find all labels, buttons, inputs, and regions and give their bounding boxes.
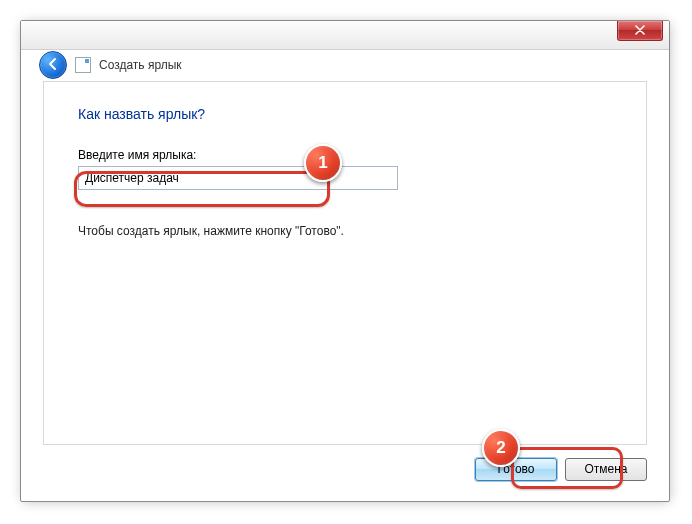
close-icon: [635, 24, 645, 38]
titlebar: [21, 21, 669, 50]
cancel-button[interactable]: Отмена: [565, 458, 647, 481]
hint-text: Чтобы создать ярлык, нажмите кнопку "Гот…: [78, 224, 612, 238]
wizard-window: Создать ярлык Как назвать ярлык? Введите…: [20, 20, 670, 502]
footer: Готово Отмена: [43, 451, 647, 487]
shortcut-app-icon: [75, 57, 91, 73]
name-field-label: Введите имя ярлыка:: [78, 148, 612, 162]
content-pane: Как назвать ярлык? Введите имя ярлыка: Ч…: [43, 81, 647, 445]
close-button[interactable]: [617, 21, 663, 41]
page-heading: Как назвать ярлык?: [78, 106, 612, 122]
nav-row: Создать ярлык: [21, 50, 669, 80]
finish-button[interactable]: Готово: [475, 458, 557, 481]
back-button[interactable]: [39, 51, 67, 79]
dialog-title: Создать ярлык: [99, 58, 182, 72]
arrow-left-icon: [46, 57, 60, 74]
shortcut-name-input[interactable]: [78, 166, 398, 190]
